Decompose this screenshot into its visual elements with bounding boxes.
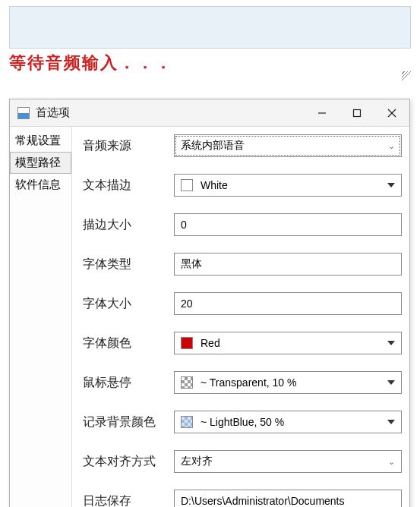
text-stroke-select[interactable]: White [174, 174, 402, 197]
window-title: 首选项 [36, 105, 305, 120]
white-swatch-icon [181, 179, 193, 191]
label-stroke-size: 描边大小 [83, 217, 174, 233]
window-controls [305, 99, 409, 127]
text-stroke-value: White [201, 179, 228, 191]
font-color-value: Red [201, 337, 220, 349]
tab-strip: 常规设置 模型路径 软件信息 [10, 127, 72, 507]
label-font-type: 字体类型 [83, 257, 174, 272]
window-body: 常规设置 模型路径 软件信息 音频来源 系统内部语音 ⌄ 文本描边 [10, 127, 409, 507]
record-bg-value: ~ LightBlue, 50 % [201, 416, 284, 428]
row-text-stroke: 文本描边 White [83, 174, 402, 197]
caret-down-icon [387, 341, 395, 345]
log-save-input[interactable] [174, 490, 402, 507]
row-font-color: 字体颜色 Red [83, 332, 402, 354]
svg-rect-1 [354, 109, 361, 116]
close-icon [387, 109, 396, 118]
tab-general[interactable]: 常规设置 [10, 130, 71, 152]
red-swatch-icon [181, 337, 193, 349]
preferences-window: 首选项 常规设置 模型路径 软件信息 音频来源 [9, 99, 410, 507]
mouse-hover-value: ~ Transparent, 10 % [201, 376, 296, 389]
row-text-align: 文本对齐方式 左对齐 ⌄ [83, 450, 402, 473]
minimize-icon [317, 109, 327, 118]
app-icon [17, 107, 30, 119]
row-font-type: 字体类型 [83, 253, 402, 276]
row-font-size: 字体大小 [83, 292, 402, 315]
text-align-value: 左对齐 [181, 455, 213, 468]
label-text-stroke: 文本描边 [83, 178, 174, 194]
form-area: 音频来源 系统内部语音 ⌄ 文本描边 White [72, 127, 409, 507]
label-record-bg: 记录背景颜色 [83, 414, 174, 430]
lightblue-swatch-icon [181, 416, 193, 428]
audio-source-select[interactable]: 系统内部语音 ⌄ [174, 134, 402, 157]
audio-input-display [9, 6, 411, 49]
text-align-select[interactable]: 左对齐 ⌄ [174, 450, 402, 473]
font-type-input[interactable] [174, 253, 402, 276]
label-font-size: 字体大小 [83, 296, 174, 312]
tab-software-info[interactable]: 软件信息 [10, 174, 71, 196]
record-bg-select[interactable]: ~ LightBlue, 50 % [174, 411, 402, 433]
close-button[interactable] [374, 99, 409, 127]
chevron-down-icon: ⌄ [388, 141, 395, 151]
label-text-align: 文本对齐方式 [83, 454, 174, 470]
label-mouse-hover: 鼠标悬停 [83, 375, 174, 391]
font-size-input[interactable] [174, 292, 402, 315]
audio-source-value: 系统内部语音 [181, 139, 245, 153]
tab-model-path[interactable]: 模型路径 [10, 152, 71, 174]
font-color-select[interactable]: Red [174, 332, 402, 354]
caret-down-icon [387, 183, 395, 187]
maximize-button[interactable] [339, 99, 374, 127]
row-audio-source: 音频来源 系统内部语音 ⌄ [83, 134, 402, 157]
row-record-bg: 记录背景颜色 ~ LightBlue, 50 % [83, 411, 402, 433]
label-log-save: 日志保存 [83, 493, 174, 508]
label-audio-source: 音频来源 [83, 138, 174, 154]
stroke-size-input[interactable] [174, 213, 402, 236]
caret-down-icon [387, 420, 395, 424]
label-font-color: 字体颜色 [83, 335, 174, 351]
caret-down-icon [387, 380, 395, 385]
transparent-swatch-icon [181, 376, 193, 389]
resize-grip-icon[interactable] [400, 70, 411, 80]
waiting-status-text: 等待音频输入．．． [9, 52, 420, 74]
row-mouse-hover: 鼠标悬停 ~ Transparent, 10 % [83, 371, 402, 394]
mouse-hover-select[interactable]: ~ Transparent, 10 % [174, 371, 402, 394]
row-log-save: 日志保存 [83, 490, 402, 507]
titlebar[interactable]: 首选项 [10, 99, 409, 127]
maximize-icon [352, 109, 362, 118]
chevron-down-icon: ⌄ [388, 457, 395, 467]
minimize-button[interactable] [305, 99, 339, 127]
row-stroke-size: 描边大小 [83, 213, 402, 236]
